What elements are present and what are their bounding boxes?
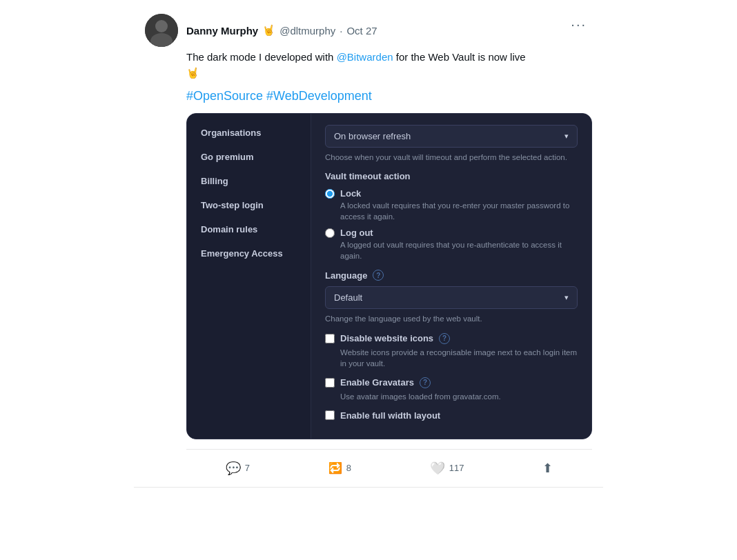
disable-icons-checkbox[interactable]: [325, 334, 335, 343]
sidebar-item-two-step-login[interactable]: Two-step login: [187, 193, 311, 217]
tweet-text: The dark mode I developed with @Bitwarde…: [186, 50, 592, 81]
disable-icons-row: Disable website icons ?: [325, 333, 578, 344]
full-width-checkbox[interactable]: [325, 410, 335, 420]
tweet-hashtags[interactable]: #OpenSource #WebDevelopment: [186, 89, 592, 103]
gravatars-row: Enable Gravatars ?: [325, 377, 578, 388]
avatar[interactable]: [145, 14, 178, 47]
sidebar-item-domain-rules[interactable]: Domain rules: [187, 217, 311, 241]
tweet-header: Danny Murphy 🤘 @dltmurphy · Oct 27 ···: [145, 14, 592, 47]
radio-item-lock: Lock A locked vault requires that you re…: [325, 188, 578, 222]
language-dropdown[interactable]: Default ▾: [325, 286, 578, 309]
tweet-emoji2: 🤘: [186, 67, 199, 79]
language-row: Language ?: [325, 270, 578, 281]
gravatars-label: Enable Gravatars: [340, 377, 414, 388]
dropdown-chevron-icon: ▾: [564, 132, 569, 141]
sidebar: Organisations Go premium Billing Two-ste…: [187, 114, 311, 439]
timeout-helper-text: Choose when your vault will timeout and …: [325, 152, 578, 163]
language-title: Language: [325, 270, 367, 281]
language-help-icon[interactable]: ?: [373, 270, 384, 281]
tweet-mention[interactable]: @Bitwarden: [337, 51, 393, 63]
author-handle[interactable]: @dltmurphy: [279, 25, 335, 37]
radio-lock-label: Lock: [340, 188, 361, 199]
radio-lock[interactable]: [325, 189, 335, 199]
author-info: Danny Murphy 🤘 @dltmurphy · Oct 27: [186, 24, 377, 37]
tweet-card: Danny Murphy 🤘 @dltmurphy · Oct 27 ··· T…: [134, 0, 603, 488]
tweet-actions: 💬 7 🔁 8 🤍 117 ⬆: [186, 449, 592, 487]
full-width-row: Enable full width layout: [325, 410, 578, 421]
reply-count: 7: [245, 463, 250, 473]
disable-icons-section: Disable website icons ? Website icons pr…: [325, 333, 578, 369]
sidebar-item-wrapper-billing: Billing: [187, 169, 311, 193]
reply-button[interactable]: 💬 7: [220, 458, 255, 479]
vault-timeout-dropdown-container: On browser refresh ▾ Choose when your va…: [325, 125, 578, 163]
full-width-section: Enable full width layout: [325, 410, 578, 421]
author-name[interactable]: Danny Murphy: [186, 25, 258, 37]
radio-logout[interactable]: [325, 228, 335, 238]
sidebar-item-billing[interactable]: Billing: [187, 169, 311, 193]
tweet-date: Oct 27: [346, 25, 377, 37]
language-value: Default: [334, 292, 362, 303]
vault-timeout-dropdown[interactable]: On browser refresh ▾: [325, 125, 578, 148]
gravatars-helper: Use avatar images loaded from gravatar.c…: [340, 391, 578, 402]
radio-label-lock: Lock: [325, 188, 578, 199]
tweet-text-part2: for the Web Vault is now live: [396, 51, 526, 63]
dot-separator: ·: [340, 25, 342, 37]
main-settings-content: On browser refresh ▾ Choose when your va…: [311, 114, 591, 439]
sidebar-item-go-premium[interactable]: Go premium: [187, 145, 311, 169]
disable-icons-label: Disable website icons: [340, 333, 433, 343]
radio-label-logout: Log out: [325, 228, 578, 238]
full-width-label: Enable full width layout: [340, 410, 440, 421]
retweet-icon: 🔁: [328, 461, 342, 474]
avatar-image: [145, 14, 178, 47]
radio-item-logout: Log out A logged out vault requires that…: [325, 228, 578, 261]
vault-timeout-action-title: Vault timeout action: [325, 171, 578, 181]
radio-logout-description: A logged out vault requires that you re-…: [340, 239, 578, 261]
like-icon: 🤍: [430, 461, 445, 476]
radio-lock-description: A locked vault requires that you re-ente…: [340, 200, 578, 222]
vault-timeout-value: On browser refresh: [334, 131, 411, 141]
sidebar-item-wrapper-twostep: Two-step login: [187, 193, 311, 217]
share-button[interactable]: ⬆: [537, 458, 558, 479]
embedded-ui: Organisations Go premium Billing Two-ste…: [186, 113, 592, 439]
like-count: 117: [449, 463, 464, 473]
share-icon: ⬆: [542, 461, 553, 476]
language-helper-text: Change the language used by the web vaul…: [325, 313, 578, 324]
reply-icon: 💬: [226, 461, 241, 476]
gravatars-help-icon[interactable]: ?: [420, 377, 431, 388]
sidebar-item-wrapper-gopremium: Go premium: [187, 145, 311, 169]
language-dropdown-container: Default ▾ Change the language used by th…: [325, 286, 578, 324]
retweet-count: 8: [346, 463, 351, 473]
more-options-button[interactable]: ···: [565, 14, 592, 35]
language-chevron-icon: ▾: [564, 293, 569, 302]
sidebar-item-wrapper-organisations: Organisations: [187, 121, 311, 145]
retweet-button[interactable]: 🔁 8: [323, 458, 357, 479]
sidebar-item-wrapper-emergency: Emergency Access: [187, 241, 311, 266]
disable-icons-helper: Website icons provide a recognisable ima…: [340, 347, 578, 369]
author-emoji: 🤘: [262, 24, 275, 37]
sidebar-item-emergency-access[interactable]: Emergency Access: [187, 241, 311, 266]
author-name-line: Danny Murphy 🤘 @dltmurphy · Oct 27: [186, 24, 377, 37]
svg-point-1: [155, 20, 168, 32]
gravatars-checkbox[interactable]: [325, 378, 335, 388]
disable-icons-help-icon[interactable]: ?: [439, 333, 450, 344]
sidebar-item-organisations[interactable]: Organisations: [187, 121, 311, 145]
gravatars-section: Enable Gravatars ? Use avatar images loa…: [325, 377, 578, 402]
radio-logout-label: Log out: [340, 228, 373, 238]
sidebar-item-wrapper-domain: Domain rules: [187, 217, 311, 241]
tweet-header-left: Danny Murphy 🤘 @dltmurphy · Oct 27: [145, 14, 377, 47]
tweet-body: The dark mode I developed with @Bitwarde…: [186, 50, 592, 487]
tweet-text-part1: The dark mode I developed with: [186, 51, 333, 63]
vault-timeout-radio-group: Lock A locked vault requires that you re…: [325, 188, 578, 261]
like-button[interactable]: 🤍 117: [424, 458, 470, 479]
